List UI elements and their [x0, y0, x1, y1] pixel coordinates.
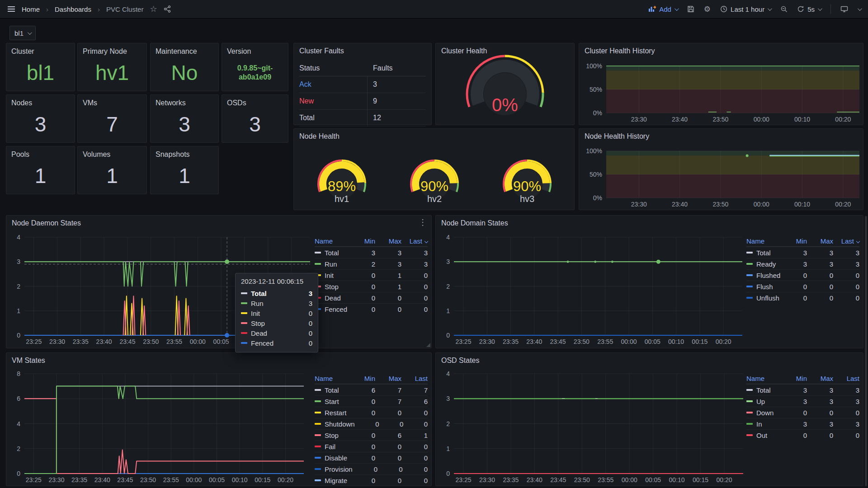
tooltip-row-total: Total3	[241, 288, 312, 298]
svg-text:2: 2	[17, 445, 20, 452]
legend-header: NameMinMaxLast	[746, 235, 859, 247]
svg-text:23:40: 23:40	[672, 201, 688, 208]
svg-text:23:50: 23:50	[712, 201, 728, 208]
refresh-button[interactable]: 5s	[797, 5, 821, 13]
legend-row-fenced[interactable]: Fenced000	[315, 303, 428, 314]
legend-row-init[interactable]: Init010	[315, 269, 428, 281]
svg-text:00:15: 00:15	[255, 476, 270, 483]
stat-value: 1	[151, 160, 218, 191]
legend-row-migrate[interactable]: Migrate000	[315, 474, 428, 486]
svg-text:8: 8	[17, 370, 20, 377]
svg-text:0: 0	[17, 332, 20, 339]
panel-node-domain-states: Node Domain States 0123423:2523:3023:352…	[435, 215, 863, 348]
dashboard-canvas: bl1 Cluster bl1 Primary Node hv1 Mainten…	[0, 19, 868, 488]
svg-text:23:40: 23:40	[527, 476, 542, 483]
legend-row-unflush[interactable]: Unflush000	[746, 292, 859, 303]
legend-row-stop[interactable]: Stop061	[315, 429, 428, 441]
column-header-faults[interactable]: Faults	[367, 64, 426, 72]
add-panel-button[interactable]: Add	[648, 5, 678, 13]
series-color-swatch	[315, 434, 321, 436]
svg-text:00:10: 00:10	[794, 116, 810, 123]
panel-resize-handle[interactable]	[426, 343, 430, 347]
svg-text:0: 0	[17, 470, 20, 477]
tooltip-row-fenced: Fenced0	[241, 338, 312, 348]
legend-row-out[interactable]: Out000	[746, 429, 859, 441]
svg-text:23:55: 23:55	[597, 338, 613, 345]
svg-text:3: 3	[446, 258, 450, 265]
svg-text:0: 0	[446, 332, 450, 339]
panel-cluster-faults: Cluster Faults Status Faults Ack3New9Tot…	[293, 43, 432, 125]
series-color-swatch	[746, 263, 753, 265]
dashboard-settings-icon[interactable]: ⚙	[704, 5, 711, 14]
legend-row-down[interactable]: Down000	[746, 407, 859, 418]
svg-text:4: 4	[446, 370, 450, 377]
sort-chevron-icon	[425, 239, 428, 243]
svg-text:23:45: 23:45	[117, 476, 133, 483]
legend-row-total[interactable]: Total333	[746, 247, 859, 258]
breadcrumb-home[interactable]: Home	[22, 5, 40, 13]
stat-panel-primary-node: Primary Node hv1	[77, 43, 147, 91]
legend-row-provision[interactable]: Provision000	[315, 463, 428, 474]
svg-text:0%: 0%	[593, 194, 602, 202]
vertical-scrollbar[interactable]	[865, 216, 867, 486]
save-dashboard-icon[interactable]	[687, 5, 694, 13]
legend-row-total[interactable]: Total677	[315, 384, 428, 395]
legend-row-disable[interactable]: Disable000	[315, 452, 428, 463]
svg-text:23:30: 23:30	[479, 338, 495, 345]
legend-header: NameMinMaxLast	[315, 235, 428, 247]
breadcrumb-dashboards[interactable]: Dashboards	[55, 5, 91, 13]
legend-row-dead[interactable]: Dead000	[315, 292, 428, 303]
share-icon[interactable]	[164, 5, 171, 13]
legend-row-run[interactable]: Run233	[315, 258, 428, 269]
star-icon[interactable]: ☆	[150, 4, 157, 14]
series-color-swatch	[746, 400, 753, 402]
faults-row-ack: Ack3	[299, 76, 426, 93]
legend-row-restart[interactable]: Restart000	[315, 407, 428, 418]
stat-panel-volumes: Volumes 1	[77, 146, 147, 194]
legend-row-stop[interactable]: Stop010	[315, 281, 428, 292]
svg-text:23:50: 23:50	[574, 476, 590, 483]
variable-dropdown[interactable]: bl1	[9, 26, 36, 40]
series-color-swatch	[315, 423, 321, 425]
svg-text:00:20: 00:20	[835, 201, 851, 208]
legend-row-shutdown[interactable]: Shutdown000	[315, 418, 428, 429]
svg-text:23:55: 23:55	[163, 476, 179, 483]
legend-row-flush[interactable]: Flush000	[746, 281, 859, 292]
chevron-down-icon	[768, 6, 772, 11]
panel-title[interactable]: Cluster Faults	[299, 47, 344, 55]
column-header-status[interactable]: Status	[299, 64, 367, 72]
zoom-out-icon[interactable]	[780, 5, 788, 13]
svg-text:23:40: 23:40	[526, 338, 542, 345]
svg-text:2: 2	[446, 283, 450, 290]
legend-row-start[interactable]: Start076	[315, 395, 428, 407]
svg-text:23:55: 23:55	[598, 476, 613, 483]
svg-text:23:40: 23:40	[96, 338, 112, 345]
time-series-chart[interactable]: 0%50%100%23:3023:4023:5000:0000:1000:20	[579, 43, 863, 125]
svg-text:23:55: 23:55	[166, 338, 182, 345]
toolbar-divider	[830, 4, 831, 14]
stat-label: Pools	[11, 150, 29, 159]
legend-row-flushed[interactable]: Flushed000	[746, 269, 859, 281]
series-color-swatch	[315, 263, 321, 265]
legend-row-in[interactable]: In333	[746, 418, 859, 429]
chart-legend: NameMinMaxLastTotal677Start076Restart000…	[315, 373, 428, 486]
kiosk-mode-icon[interactable]	[840, 5, 848, 13]
legend-row-fail[interactable]: Fail000	[315, 441, 428, 452]
faults-row-total: Total12	[299, 110, 426, 127]
legend-row-up[interactable]: Up333	[746, 395, 859, 407]
stat-value: 3	[222, 108, 288, 140]
tooltip-timestamp: 2023-12-11 00:06:15	[241, 277, 312, 285]
legend-row-total[interactable]: Total333	[315, 247, 428, 258]
svg-text:00:00: 00:00	[754, 201, 769, 208]
svg-text:1: 1	[446, 445, 450, 452]
series-color-swatch	[746, 286, 753, 287]
legend-row-ready[interactable]: Ready333	[746, 258, 859, 269]
menu-toggle-icon[interactable]	[7, 5, 15, 13]
cluster-health-gauge: 0%	[436, 50, 574, 125]
time-range-picker[interactable]: Last 1 hour	[720, 5, 771, 13]
legend-row-total[interactable]: Total333	[746, 384, 859, 395]
toolbar-overflow-chevron[interactable]	[858, 8, 861, 11]
time-series-chart[interactable]: 0%50%100%23:3023:4023:5000:0000:1000:20	[579, 129, 863, 210]
stat-label: Maintenance	[156, 47, 197, 56]
svg-text:4: 4	[446, 234, 450, 241]
